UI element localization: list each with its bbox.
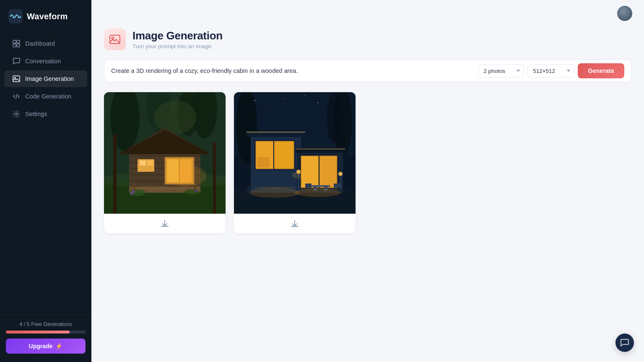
download-button-2[interactable] xyxy=(234,214,356,233)
conversation-label: Conversation xyxy=(25,58,61,65)
svg-rect-42 xyxy=(113,134,117,214)
image-card-2 xyxy=(234,92,356,233)
sidebar-item-settings[interactable]: Settings xyxy=(4,106,87,122)
svg-point-83 xyxy=(292,172,305,178)
sidebar: Waveform Dashboard Conversation xyxy=(0,0,91,362)
page-subtitle: Turn your prompt into an image. xyxy=(132,43,223,49)
svg-rect-45 xyxy=(161,226,169,228)
svg-point-48 xyxy=(254,100,255,101)
svg-point-49 xyxy=(284,98,285,99)
code-icon xyxy=(13,93,20,100)
svg-rect-70 xyxy=(257,157,270,168)
svg-rect-73 xyxy=(319,156,336,187)
image-generation-label: Image Generation xyxy=(25,75,74,82)
dashboard-label: Dashboard xyxy=(25,40,55,47)
topbar xyxy=(91,0,644,21)
sidebar-item-conversation[interactable]: Conversation xyxy=(4,53,87,70)
free-gen-label: 4 / 5 Free Generations xyxy=(6,321,86,327)
svg-rect-72 xyxy=(301,156,318,187)
sidebar-nav: Dashboard Conversation Image Generation xyxy=(0,31,91,314)
svg-point-44 xyxy=(165,165,207,186)
app-name: Waveform xyxy=(27,12,68,21)
generate-button[interactable]: Generate xyxy=(578,63,624,78)
logo-icon xyxy=(8,9,23,23)
svg-rect-67 xyxy=(274,142,293,168)
svg-point-86 xyxy=(249,188,300,198)
main-content: Image Generation Turn your prompt into a… xyxy=(91,0,644,362)
progress-bar-fill xyxy=(6,331,70,334)
sidebar-item-image-generation[interactable]: Image Generation xyxy=(4,70,87,87)
svg-point-9 xyxy=(112,37,114,39)
svg-point-39 xyxy=(132,191,135,193)
sidebar-item-dashboard[interactable]: Dashboard xyxy=(4,35,87,52)
svg-rect-27 xyxy=(140,160,146,165)
svg-point-40 xyxy=(130,193,132,195)
size-dropdown[interactable]: 256×256 512×512 1024×1024 xyxy=(527,65,574,78)
svg-rect-3 xyxy=(13,44,16,47)
sidebar-bottom: 4 / 5 Free Generations Upgrade ⚡ xyxy=(0,314,91,362)
lightning-icon: ⚡ xyxy=(55,343,62,349)
upgrade-button[interactable]: Upgrade ⚡ xyxy=(6,339,86,354)
logo-area: Waveform xyxy=(0,0,91,31)
svg-rect-80 xyxy=(334,184,340,188)
svg-point-38 xyxy=(184,189,200,195)
sidebar-item-code-generation[interactable]: Code Generation xyxy=(4,88,87,105)
image-icon xyxy=(13,75,20,83)
svg-point-6 xyxy=(15,78,16,79)
svg-rect-43 xyxy=(213,142,216,214)
svg-point-53 xyxy=(305,95,306,96)
prompt-input[interactable] xyxy=(111,62,473,80)
svg-rect-21 xyxy=(129,155,200,157)
chat-bubble[interactable] xyxy=(615,334,634,352)
svg-rect-1 xyxy=(13,40,16,43)
svg-rect-84 xyxy=(340,174,341,189)
svg-point-41 xyxy=(195,190,197,192)
svg-point-50 xyxy=(317,102,318,103)
svg-rect-90 xyxy=(291,226,299,228)
svg-rect-89 xyxy=(300,189,338,190)
svg-rect-79 xyxy=(305,184,312,188)
svg-rect-28 xyxy=(147,160,153,165)
grid-icon xyxy=(13,40,20,47)
upgrade-label: Upgrade xyxy=(29,343,53,349)
download-icon-2 xyxy=(290,219,299,228)
chat-icon xyxy=(13,57,20,65)
avatar-image xyxy=(617,6,632,21)
svg-rect-88 xyxy=(255,187,295,189)
image-card-1 xyxy=(104,92,226,233)
svg-point-15 xyxy=(154,101,196,134)
svg-rect-8 xyxy=(110,35,120,44)
page-title-area: Image Generation Turn your prompt into a… xyxy=(132,29,223,49)
svg-point-52 xyxy=(267,106,267,107)
image-placeholder-2 xyxy=(234,92,356,214)
svg-point-56 xyxy=(327,92,342,142)
photos-select-wrapper: 1 photo 2 photos 3 photos 4 photos xyxy=(478,65,524,78)
code-generation-label: Code Generation xyxy=(25,93,71,100)
svg-rect-63 xyxy=(247,132,305,133)
download-button-1[interactable] xyxy=(104,214,226,233)
size-select-wrapper: 256×256 512×512 1024×1024 xyxy=(527,65,574,78)
content-area: Image Generation Turn your prompt into a… xyxy=(91,21,644,362)
image-placeholder-1 xyxy=(104,92,226,214)
photos-dropdown[interactable]: 1 photo 2 photos 3 photos 4 photos xyxy=(478,65,524,78)
page-header: Image Generation Turn your prompt into a… xyxy=(104,28,631,50)
page-icon xyxy=(104,28,126,50)
svg-point-7 xyxy=(16,113,18,115)
settings-label: Settings xyxy=(25,111,47,117)
svg-point-85 xyxy=(338,172,343,176)
settings-icon xyxy=(13,110,20,118)
progress-bar-bg xyxy=(6,331,86,334)
image-grid xyxy=(104,92,631,233)
svg-rect-2 xyxy=(17,40,20,43)
chat-bubble-icon xyxy=(620,338,629,347)
prompt-bar: 1 photo 2 photos 3 photos 4 photos 256×2… xyxy=(104,59,631,82)
download-icon-1 xyxy=(160,219,169,228)
prompt-controls: 1 photo 2 photos 3 photos 4 photos 256×2… xyxy=(478,63,624,78)
svg-rect-5 xyxy=(13,76,20,82)
svg-rect-64 xyxy=(295,148,345,150)
svg-rect-34 xyxy=(133,188,196,189)
avatar[interactable] xyxy=(617,6,632,21)
page-title: Image Generation xyxy=(132,29,223,42)
svg-rect-4 xyxy=(17,44,20,47)
